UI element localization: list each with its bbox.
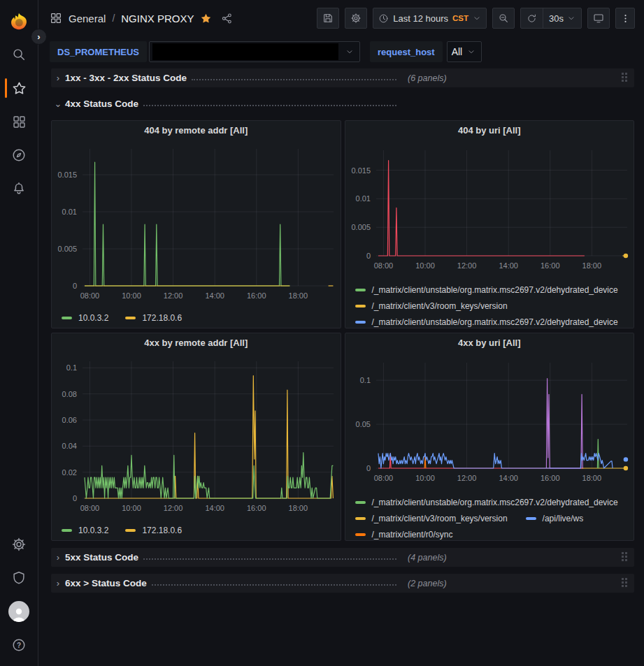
row-dotted-leader [143, 558, 396, 560]
dashboard-settings-button[interactable] [345, 8, 367, 29]
legend-swatch [355, 501, 366, 504]
panel-4xx-by-uri: 4xx by uri [All] 00.050.108:0010:0012:00… [345, 333, 635, 541]
panel-title[interactable]: 404 by remote addr [All] [52, 121, 341, 140]
datasource-select[interactable] [149, 41, 360, 62]
row-drag-handle[interactable] [622, 552, 627, 561]
breadcrumb-dashboard-title[interactable]: NGINX PROXY [121, 13, 194, 24]
time-range-label: Last 12 hours [393, 13, 448, 24]
legend-swatch [125, 317, 136, 319]
sidebar-item-search[interactable] [0, 38, 38, 71]
legend-label: 10.0.3.2 [78, 526, 108, 535]
row-panel-count: (4 panels) [408, 553, 447, 563]
panel-title[interactable]: 4xx by uri [All] [345, 333, 634, 353]
compass-icon [11, 147, 27, 163]
svg-text:10:00: 10:00 [415, 261, 435, 270]
svg-text:14:00: 14:00 [499, 474, 518, 482]
time-range-picker[interactable]: Last 12 hours CST [373, 8, 487, 29]
save-icon [322, 13, 334, 24]
legend-item[interactable]: /api/live/ws [526, 514, 584, 523]
svg-text:0: 0 [73, 282, 77, 290]
row-1xx-3xx-2xx-status-code[interactable]: › 1xx - 3xx - 2xx Status Code (6 panels) [51, 68, 634, 87]
legend-item[interactable]: 172.18.0.6 [125, 526, 182, 535]
legend-item[interactable]: 172.18.0.6 [125, 313, 182, 323]
svg-text:14:00: 14:00 [205, 504, 224, 512]
legend-label: /_matrix/client/unstable/org.matrix.msc2… [372, 285, 618, 295]
request-host-select[interactable]: All [447, 41, 482, 62]
legend-item[interactable]: /_matrix/client/unstable/org.matrix.msc2… [355, 285, 618, 295]
legend-item[interactable]: /_matrix/client/r0/sync [355, 530, 453, 540]
variable-label-request-host[interactable]: request_host [370, 41, 443, 62]
svg-text:10:00: 10:00 [415, 474, 435, 482]
kebab-menu-icon [620, 13, 631, 24]
row-dotted-leader [143, 105, 396, 106]
refresh-button[interactable] [521, 8, 543, 28]
svg-text:18:00: 18:00 [289, 504, 308, 512]
svg-text:16:00: 16:00 [247, 504, 266, 512]
save-dashboard-button[interactable] [317, 8, 339, 29]
legend-item[interactable]: /_matrix/client/unstable/org.matrix.msc2… [355, 317, 618, 327]
legend-item[interactable]: 10.0.3.2 [62, 526, 108, 535]
legend-swatch [355, 305, 366, 307]
sidebar: › [0, 0, 38, 666]
row-title: 1xx - 3xx - 2xx Status Code [65, 73, 187, 83]
variable-label-ds-prometheus[interactable]: DS_PROMETHEUS [50, 41, 147, 62]
legend-item[interactable]: /_matrix/client/unstable/org.matrix.msc2… [355, 498, 618, 507]
avatar [8, 601, 29, 622]
row-4xx-status-code[interactable]: ⌄ 4xx Status Code [51, 94, 634, 113]
request-host-value: All [448, 46, 468, 57]
legend-item[interactable]: /_matrix/client/v3/room_keys/version [355, 301, 508, 311]
chevron-down-icon [473, 14, 481, 22]
zoom-out-icon [498, 13, 509, 24]
legend-item[interactable]: 10.0.3.2 [62, 313, 108, 323]
svg-text:0: 0 [366, 252, 370, 260]
tv-mode-button[interactable] [587, 8, 610, 29]
panel-title[interactable]: 4xx by remote addr [All] [52, 333, 341, 353]
svg-text:0.015: 0.015 [57, 171, 77, 179]
legend-item[interactable]: /_matrix/client/v3/room_keys/version [355, 514, 508, 523]
row-5xx-status-code[interactable]: › 5xx Status Code (4 panels) [51, 548, 634, 567]
variables-row: DS_PROMETHEUS request_host All [38, 36, 644, 67]
search-icon [11, 47, 27, 62]
zoom-out-time-button[interactable] [492, 8, 515, 29]
sidebar-expand-button[interactable]: › [31, 29, 47, 45]
time-series-chart[interactable]: 00.0050.010.01508:0010:0012:0014:0016:00… [52, 140, 341, 310]
legend-swatch [62, 317, 72, 319]
sidebar-item-explore[interactable] [0, 138, 38, 172]
sidebar-item-alerting[interactable] [0, 172, 38, 205]
svg-text:08:00: 08:00 [373, 474, 393, 482]
chart-legend: 10.0.3.2172.18.0.6 [52, 522, 341, 535]
time-series-chart[interactable]: 00.020.040.060.080.108:0010:0012:0014:00… [52, 353, 341, 522]
svg-text:08:00: 08:00 [80, 291, 100, 300]
sidebar-item-configuration[interactable] [0, 528, 38, 561]
chevron-right-icon: › [51, 73, 65, 83]
clock-icon [378, 13, 389, 24]
svg-text:18:00: 18:00 [582, 474, 601, 482]
sidebar-item-profile[interactable] [0, 595, 38, 628]
gear-icon [350, 13, 362, 24]
chevron-right-icon: › [51, 578, 65, 588]
help-icon: ? [11, 637, 27, 653]
sidebar-item-dashboards[interactable] [0, 105, 38, 138]
sidebar-item-starred[interactable] [0, 71, 38, 105]
legend-label: 172.18.0.6 [142, 526, 182, 535]
refresh-interval-button[interactable]: 30s [543, 8, 581, 28]
breadcrumb: General / NGINX PROXY [50, 12, 233, 24]
svg-text:12:00: 12:00 [457, 474, 476, 482]
panel-title[interactable]: 404 by uri [All] [345, 121, 634, 140]
timezone-badge: CST [452, 14, 468, 22]
row-6xx-status-code[interactable]: › 6xx > Status Code (2 panels) [51, 574, 634, 593]
sidebar-item-server-admin[interactable] [0, 561, 38, 595]
time-series-chart[interactable]: 00.050.108:0010:0012:0014:0016:0018:00 [345, 353, 634, 491]
legend-label: 10.0.3.2 [78, 313, 108, 323]
more-options-button[interactable] [615, 8, 635, 29]
sidebar-item-help[interactable]: ? [0, 628, 38, 662]
breadcrumb-folder[interactable]: General [69, 13, 106, 24]
refresh-picker: 30s [520, 8, 582, 29]
chevron-right-icon: › [37, 31, 40, 42]
row-drag-handle[interactable] [622, 73, 627, 82]
favorite-star-icon[interactable] [200, 13, 212, 24]
time-series-chart[interactable]: 00.0050.010.01508:0010:0012:0014:0016:00… [345, 140, 634, 279]
svg-text:12:00: 12:00 [457, 261, 476, 270]
row-drag-handle[interactable] [622, 578, 627, 587]
share-icon[interactable] [221, 13, 233, 24]
